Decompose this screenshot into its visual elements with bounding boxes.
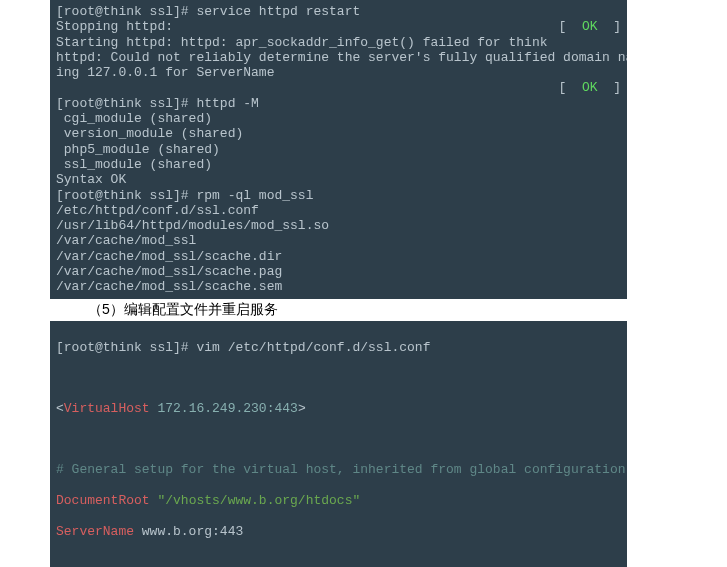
terminal-line: Starting httpd: httpd: apr_sockaddr_info… bbox=[56, 35, 621, 50]
terminal-line: version_module (shared) bbox=[56, 126, 621, 141]
status-ok: [ OK ] bbox=[559, 80, 621, 95]
terminal-line: [root@think ssl]# service httpd restart bbox=[56, 4, 621, 19]
terminal-line: /usr/lib64/httpd/modules/mod_ssl.so bbox=[56, 218, 621, 233]
terminal-line: /etc/httpd/conf.d/ssl.conf bbox=[56, 203, 621, 218]
servername-directive: ServerName www.b.org:443 bbox=[56, 524, 621, 539]
vhost-open-tag: <VirtualHost 172.16.249.230:443> bbox=[56, 401, 621, 416]
terminal-line: cgi_module (shared) bbox=[56, 111, 621, 126]
config-comment: # General setup for the virtual host, in… bbox=[56, 462, 621, 477]
status-ok: [ OK ] bbox=[559, 19, 621, 34]
terminal-line: /var/cache/mod_ssl/scache.sem bbox=[56, 279, 621, 294]
terminal-output-1: [root@think ssl]# service httpd restartS… bbox=[50, 0, 627, 299]
caption-text: （5）编辑配置文件并重启服务 bbox=[0, 299, 727, 321]
terminal-line: ssl_module (shared) bbox=[56, 157, 621, 172]
terminal-line: [ OK ] bbox=[56, 80, 621, 95]
terminal-line: [root@think ssl]# rpm -ql mod_ssl bbox=[56, 188, 621, 203]
blank-line bbox=[56, 432, 621, 447]
blank-line bbox=[56, 371, 621, 386]
terminal-line: httpd: Could not reliably determine the … bbox=[56, 50, 621, 65]
terminal-line: /var/cache/mod_ssl/scache.dir bbox=[56, 249, 621, 264]
terminal-line: /var/cache/mod_ssl bbox=[56, 233, 621, 248]
vim-command: [root@think ssl]# vim /etc/httpd/conf.d/… bbox=[56, 340, 621, 355]
terminal-line: ing 127.0.0.1 for ServerName bbox=[56, 65, 621, 80]
terminal-line: Stopping httpd:[ OK ] bbox=[56, 19, 621, 34]
terminal-output-2: [root@think ssl]# vim /etc/httpd/conf.d/… bbox=[50, 321, 627, 567]
documentroot-directive: DocumentRoot "/vhosts/www.b.org/htdocs" bbox=[56, 493, 621, 508]
terminal-line: php5_module (shared) bbox=[56, 142, 621, 157]
blank-line bbox=[56, 554, 621, 567]
terminal-line: Syntax OK bbox=[56, 172, 621, 187]
terminal-line: [root@think ssl]# httpd -M bbox=[56, 96, 621, 111]
terminal-line: /var/cache/mod_ssl/scache.pag bbox=[56, 264, 621, 279]
